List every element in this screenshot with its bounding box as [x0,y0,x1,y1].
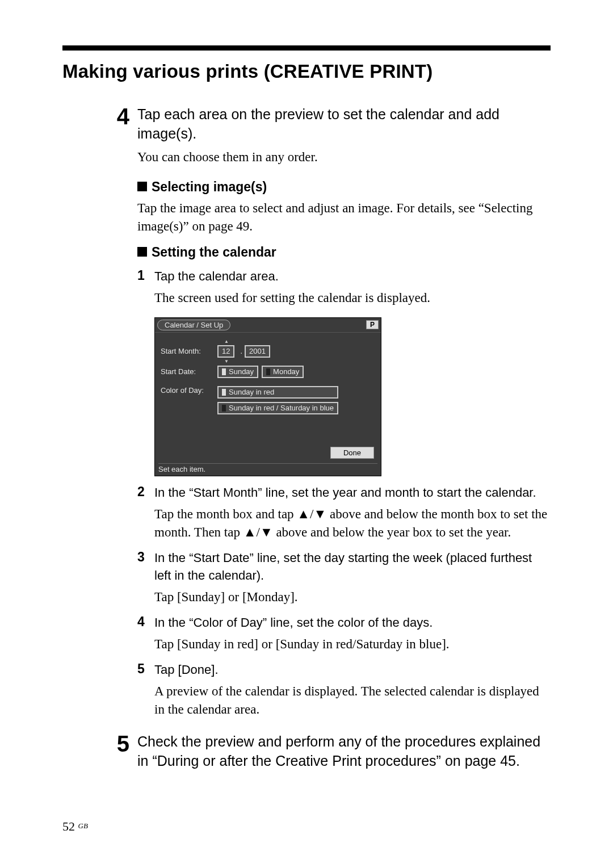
option-monday[interactable]: Monday [262,366,304,378]
page: Making various prints (CREATIVE PRINT) 4… [0,0,613,868]
selecting-images-body: Tap the image area to select and adjust … [137,199,551,236]
subhead-text: Setting the calendar [152,245,276,259]
step-text: Tap each area on the preview to set the … [137,105,551,166]
label-start-date: Start Date: [161,367,217,376]
substep-body: Tap the month box and tap ▲/▼ above and … [154,505,551,542]
subhead-setting-calendar: Setting the calendar [137,245,551,260]
page-number-value: 52 [62,819,75,833]
year-box[interactable]: 2001 [245,345,270,358]
option-sunday-red-saturday-blue[interactable]: Sunday in red / Saturday in blue [217,402,338,414]
substep-body: A preview of the calendar is displayed. … [154,682,551,719]
content-body: 4 Tap each area on the preview to set th… [102,105,551,771]
substep-body: Tap [Sunday in red] or [Sunday in red/Sa… [154,635,551,653]
substep-title: In the “Start Date” line, set the day st… [154,550,551,585]
substep-number: 5 [137,661,154,677]
step-title: Check the preview and perform any of the… [137,732,551,771]
step-title: Tap each area on the preview to set the … [137,105,551,144]
substep-title: In the “Color of Day” line, set the colo… [154,614,551,632]
substep-4: 4 In the “Color of Day” line, set the co… [137,614,551,653]
substep-title: Tap the calendar area. [154,268,551,286]
substep-number: 4 [137,614,154,630]
row-start-month: Start Month: 12 . 2001 [161,345,375,358]
dot: . [240,347,242,355]
substep-number: 2 [137,484,154,500]
step-4: 4 Tap each area on the preview to set th… [102,105,551,166]
option-sunday-red[interactable]: Sunday in red [217,386,338,399]
substep-number: 1 [137,268,154,283]
step-5: 5 Check the preview and perform any of t… [102,732,551,771]
substep-2: 2 In the “Start Month” line, set the yea… [137,484,551,542]
subhead-selecting-images: Selecting image(s) [137,179,551,195]
step-text: Check the preview and perform any of the… [137,732,551,771]
option-sunday[interactable]: Sunday [217,366,258,378]
sub-block: Selecting image(s) Tap the image area to… [137,179,551,719]
ui-body: Start Month: 12 . 2001 Start Date: Sunda… [155,333,381,414]
substep-title: In the “Start Month” line, set the year … [154,484,551,502]
step-number: 5 [102,732,137,755]
page-region: GB [78,821,88,830]
label-start-month: Start Month: [161,347,217,355]
section-title: Making various prints (CREATIVE PRINT) [62,61,551,82]
done-button[interactable]: Done [330,447,374,459]
square-bullet-icon [137,182,147,191]
square-bullet-icon [137,247,147,257]
step-note: You can choose them in any order. [137,148,551,166]
step-number: 4 [102,105,137,128]
calendar-setup-screen: Calendar / Set Up P Start Month: 12 . 20… [154,317,381,476]
month-box[interactable]: 12 [217,345,234,358]
ui-footer-text: Set each item. [158,463,377,473]
ui-header: Calendar / Set Up P [155,318,381,333]
ui-title: Calendar / Set Up [157,320,230,330]
row-color-of-day: Color of Day: Sunday in red Sunday in re… [161,386,375,414]
substep-body: Tap [Sunday] or [Monday]. [154,588,551,606]
rule-top [62,45,551,51]
substep-5: 5 Tap [Done]. A preview of the calendar … [137,661,551,719]
page-number: 52 GB [62,819,88,834]
p-indicator: P [366,320,379,329]
substep-1: 1 Tap the calendar area. The screen used… [137,268,551,307]
subhead-text: Selecting image(s) [152,179,267,194]
row-start-date: Start Date: Sunday Monday [161,366,375,378]
substep-number: 3 [137,550,154,565]
substep-body: The screen used for setting the calendar… [154,289,551,307]
label-color-of-day: Color of Day: [161,386,217,395]
substep-3: 3 In the “Start Date” line, set the day … [137,550,551,606]
substep-title: Tap [Done]. [154,661,551,679]
